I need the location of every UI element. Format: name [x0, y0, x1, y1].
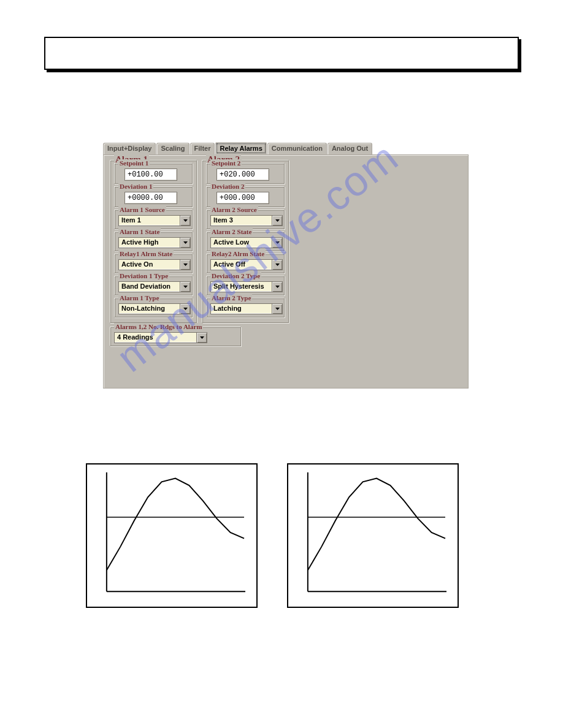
deviation1-type-group: Deviation 1 Type Band Deviation: [114, 276, 193, 295]
alarm2-type-group: Alarm 2 Type Latching: [206, 298, 285, 317]
chart-right: [287, 463, 459, 608]
tab-strip: Input+Display Scaling Filter Relay Alarm…: [103, 142, 469, 154]
setpoint1-label: Setpoint 1: [118, 159, 150, 167]
readings-group: Alarms 1,2 No. Rdgs to Alarm 4 Readings: [110, 327, 241, 346]
charts-row: [86, 463, 459, 608]
alarm2-source-group: Alarm 2 Source Item 3: [206, 210, 285, 229]
relay2-state-value: Active Off: [211, 260, 272, 270]
alarm1-state-group: Alarm 1 State Active High: [114, 232, 193, 251]
chevron-down-icon[interactable]: [180, 282, 190, 292]
setpoint2-group: Setpoint 2 +020.000: [206, 163, 285, 184]
alarm2-state-group: Alarm 2 State Active Low: [206, 232, 285, 251]
alarm1-source-select[interactable]: Item 1: [118, 215, 191, 226]
chart-right-plot: [298, 471, 448, 597]
relay2-state-label: Relay2 Alrm State: [210, 250, 266, 257]
deviation1-label: Deviation 1: [118, 183, 153, 190]
chevron-down-icon[interactable]: [180, 260, 190, 270]
deviation2-label: Deviation 2: [210, 183, 245, 190]
chevron-down-icon[interactable]: [180, 238, 190, 248]
relay1-state-group: Relay1 Alrm State Active On: [114, 254, 193, 273]
alarm1-source-group: Alarm 1 Source Item 1: [114, 210, 193, 229]
readings-label: Alarms 1,2 No. Rdgs to Alarm: [114, 323, 203, 330]
deviation1-group: Deviation 1 +0000.00: [114, 186, 193, 207]
deviation2-type-group: Deviation 2 Type Split Hysteresis: [206, 276, 285, 295]
deviation1-input[interactable]: +0000.00: [124, 192, 177, 204]
header-box: [44, 37, 519, 70]
alarm1-state-value: Active High: [119, 238, 180, 248]
chevron-down-icon[interactable]: [272, 282, 282, 292]
alarm1-state-label: Alarm 1 State: [118, 228, 161, 235]
alarm2-source-value: Item 3: [211, 216, 272, 226]
tab-communication[interactable]: Communication: [267, 143, 327, 155]
relay-alarms-window: Input+Display Scaling Filter Relay Alarm…: [103, 142, 469, 389]
alarm1-type-select[interactable]: Non-Latching: [118, 303, 191, 314]
tab-scaling[interactable]: Scaling: [156, 143, 189, 155]
chevron-down-icon[interactable]: [272, 238, 282, 248]
chart-left-plot: [97, 471, 247, 597]
chevron-down-icon[interactable]: [272, 304, 282, 314]
alarm2-source-select[interactable]: Item 3: [210, 215, 283, 226]
alarm2-group: Alarm 2 Setpoint 2 +020.000 Deviation 2 …: [202, 160, 289, 323]
alarm2-state-select[interactable]: Active Low: [210, 237, 283, 248]
relay2-state-select[interactable]: Active Off: [210, 259, 283, 270]
deviation2-type-select[interactable]: Split Hysteresis: [210, 281, 283, 292]
setpoint2-label: Setpoint 2: [210, 159, 242, 167]
deviation2-type-label: Deviation 2 Type: [210, 272, 261, 279]
relay1-state-value: Active On: [119, 260, 180, 270]
alarm1-type-label: Alarm 1 Type: [118, 294, 160, 301]
alarm2-state-value: Active Low: [211, 238, 272, 248]
setpoint2-input[interactable]: +020.000: [216, 169, 269, 181]
chevron-down-icon[interactable]: [196, 333, 207, 343]
tab-analog-out[interactable]: Analog Out: [327, 143, 372, 155]
tab-panel: Alarm 1 Setpoint 1 +0100.00 Deviation 1 …: [103, 154, 469, 389]
chevron-down-icon[interactable]: [180, 304, 190, 314]
readings-select[interactable]: 4 Readings: [114, 332, 207, 343]
setpoint1-group: Setpoint 1 +0100.00: [114, 163, 193, 184]
deviation2-group: Deviation 2 +000.000: [206, 186, 285, 207]
alarm1-type-group: Alarm 1 Type Non-Latching: [114, 298, 193, 317]
deviation1-type-select[interactable]: Band Deviation: [118, 281, 191, 292]
alarm2-type-label: Alarm 2 Type: [210, 294, 252, 301]
tab-relay-alarms[interactable]: Relay Alarms: [215, 142, 266, 154]
deviation2-type-value: Split Hysteresis: [211, 282, 272, 292]
alarm2-type-select[interactable]: Latching: [210, 303, 283, 314]
chevron-down-icon[interactable]: [272, 260, 282, 270]
relay2-state-group: Relay2 Alrm State Active Off: [206, 254, 285, 273]
readings-value: 4 Readings: [115, 333, 196, 343]
alarm1-type-value: Non-Latching: [119, 304, 180, 314]
deviation1-type-label: Deviation 1 Type: [118, 272, 169, 279]
tab-input-display[interactable]: Input+Display: [103, 143, 156, 155]
alarm2-source-label: Alarm 2 Source: [210, 206, 258, 213]
relay1-state-select[interactable]: Active On: [118, 259, 191, 270]
alarm1-state-select[interactable]: Active High: [118, 237, 191, 248]
deviation2-input[interactable]: +000.000: [216, 192, 269, 204]
chevron-down-icon[interactable]: [272, 216, 282, 226]
tab-filter[interactable]: Filter: [190, 143, 215, 155]
alarm1-source-label: Alarm 1 Source: [118, 206, 166, 213]
alarm1-group: Alarm 1 Setpoint 1 +0100.00 Deviation 1 …: [110, 160, 197, 323]
chevron-down-icon[interactable]: [180, 216, 190, 226]
alarm1-source-value: Item 1: [119, 216, 180, 226]
deviation1-type-value: Band Deviation: [119, 282, 180, 292]
chart-left: [86, 463, 258, 608]
alarm2-state-label: Alarm 2 State: [210, 228, 253, 235]
relay1-state-label: Relay1 Alrm State: [118, 250, 174, 257]
alarm2-type-value: Latching: [211, 304, 272, 314]
setpoint1-input[interactable]: +0100.00: [124, 169, 177, 181]
